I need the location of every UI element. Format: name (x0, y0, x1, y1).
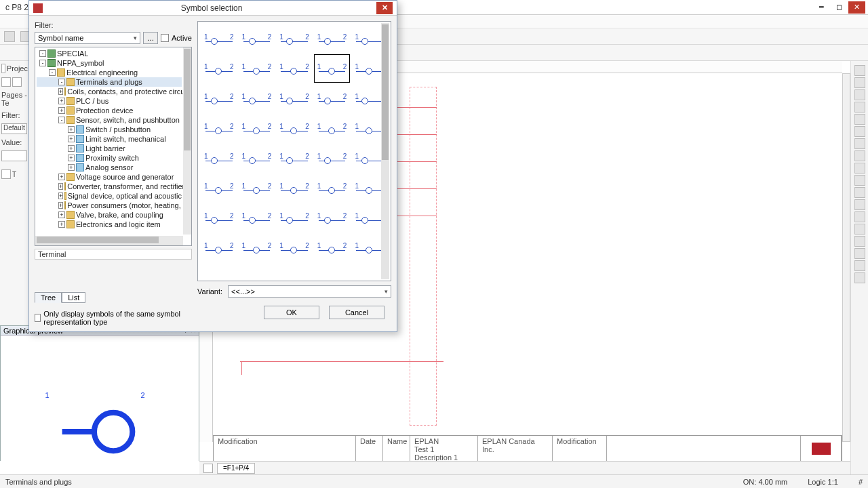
symbol-grid-scroll[interactable] (381, 23, 389, 279)
expand-icon[interactable]: + (68, 136, 75, 142)
symbol-cell[interactable]: 12 (276, 114, 313, 142)
tree-node[interactable]: -Sensor, switch, and pushbutton (37, 115, 182, 125)
expand-icon[interactable]: + (58, 183, 63, 190)
right-tool-icon[interactable] (854, 163, 865, 174)
expand-icon[interactable]: - (58, 79, 65, 85)
expand-icon[interactable]: + (68, 126, 75, 133)
tree-node[interactable]: -Electrical engineering (37, 68, 182, 77)
symbol-cell[interactable]: 12 (276, 24, 313, 53)
symbol-cell[interactable]: 12 (314, 203, 351, 232)
right-tool-icon[interactable] (854, 102, 865, 113)
active-checkbox[interactable]: Active (161, 34, 192, 42)
tree-node[interactable]: +Protection device (37, 106, 182, 115)
expand-icon[interactable]: + (58, 202, 63, 209)
symbol-cell[interactable]: 12 (201, 24, 237, 53)
right-tool-icon[interactable] (854, 272, 865, 283)
symbol-cell[interactable]: 12 (201, 174, 237, 202)
tree-scroll-v[interactable] (183, 47, 191, 235)
symbol-cell[interactable]: 12 (314, 114, 351, 142)
expand-icon[interactable]: + (58, 88, 63, 95)
expand-icon[interactable]: + (68, 164, 75, 171)
symbol-cell[interactable]: 12 (276, 174, 313, 202)
dock-icon[interactable] (1, 64, 5, 73)
tree-node[interactable]: +Electronics and logic item (37, 220, 182, 229)
expand-icon[interactable]: + (58, 221, 65, 228)
symbol-cell[interactable]: 12 (239, 144, 275, 172)
default-select[interactable]: Default (1, 123, 27, 134)
symbol-cell[interactable]: 12 (239, 54, 275, 83)
page-tab[interactable]: =F1+P/4 (217, 463, 255, 474)
minimize-button[interactable]: ━ (813, 1, 830, 14)
symbol-cell[interactable]: 12 (314, 54, 351, 83)
tab-tree[interactable]: Tree (35, 292, 62, 303)
symbol-cell[interactable]: 12 (239, 24, 275, 53)
expand-icon[interactable]: + (68, 155, 75, 161)
filter-combo[interactable]: Symbol name▾ (35, 32, 140, 44)
right-tool-icon[interactable] (854, 65, 865, 76)
tree-node[interactable]: -NFPA_symbol (37, 58, 182, 68)
maximize-button[interactable]: ◻ (831, 1, 848, 14)
expand-icon[interactable]: - (39, 60, 46, 66)
symbol-cell[interactable]: 12 (201, 84, 237, 113)
symbol-cell[interactable]: 12 (201, 114, 237, 142)
expand-icon[interactable]: + (58, 174, 65, 180)
expand-icon[interactable]: + (58, 98, 65, 104)
tree-node[interactable]: +Proximity switch (37, 153, 182, 163)
symbol-cell[interactable]: 12 (314, 24, 351, 53)
dock-icon[interactable] (12, 77, 22, 87)
symbol-cell[interactable]: 12 (276, 144, 313, 172)
right-tool-icon[interactable] (854, 199, 865, 210)
expand-icon[interactable]: - (58, 117, 65, 123)
symbol-cell[interactable]: 12 (201, 233, 237, 262)
tree-node[interactable]: +Power consumers (motor, heating, lig (37, 201, 182, 210)
dialog-close-button[interactable]: ✕ (376, 2, 393, 14)
expand-icon[interactable]: - (39, 50, 46, 57)
symbol-cell[interactable]: 12 (314, 84, 351, 113)
tree-node[interactable]: +Limit switch, mechanical (37, 134, 182, 144)
symbol-cell[interactable]: 12 (314, 144, 351, 172)
right-tool-icon[interactable] (854, 150, 865, 161)
symbol-tree[interactable]: -SPECIAL-NFPA_symbol-Electrical engineer… (35, 47, 192, 246)
symbol-cell[interactable]: 12 (239, 233, 275, 262)
tree-node[interactable]: +Valve, brake, and coupling (37, 210, 182, 220)
right-tool-icon[interactable] (854, 89, 865, 100)
tree-node[interactable]: +Converter, transformer, and rectifier (37, 182, 182, 191)
tree-node[interactable]: +Signal device, optical and acoustic (37, 191, 182, 201)
symbol-cell[interactable]: 12 (239, 174, 275, 202)
tree-node[interactable]: +Analog sensor (37, 163, 182, 172)
expand-icon[interactable]: + (68, 145, 75, 152)
right-tool-icon[interactable] (854, 224, 865, 235)
tree-node[interactable]: -SPECIAL (37, 49, 182, 58)
right-tool-icon[interactable] (854, 260, 865, 271)
ok-button[interactable]: OK (264, 306, 319, 319)
cancel-button[interactable]: Cancel (329, 306, 384, 319)
expand-icon[interactable]: + (58, 107, 65, 114)
symbol-cell[interactable]: 12 (276, 54, 313, 83)
right-tool-icon[interactable] (854, 138, 865, 149)
right-tool-icon[interactable] (854, 248, 865, 259)
filter-more-button[interactable]: … (143, 32, 158, 44)
tree-node[interactable]: +Coils, contacts, and protective circuit (37, 87, 182, 96)
dialog-titlebar[interactable]: Symbol selection ✕ (29, 1, 397, 16)
tree-node[interactable]: -Terminals and plugs (37, 77, 182, 87)
right-tool-icon[interactable] (854, 236, 865, 247)
tree-scroll-h[interactable] (35, 236, 183, 245)
expand-icon[interactable]: + (58, 211, 65, 218)
right-tool-icon[interactable] (854, 77, 865, 88)
tree-node[interactable]: +Switch / pushbutton (37, 125, 182, 134)
symbol-cell[interactable]: 12 (201, 54, 237, 83)
tree-expand-icon[interactable] (1, 169, 11, 179)
symbol-cell[interactable]: 12 (239, 203, 275, 232)
close-button[interactable]: ✕ (848, 1, 865, 14)
symbol-cell[interactable]: 12 (314, 174, 351, 202)
expand-icon[interactable]: + (58, 192, 63, 199)
expand-icon[interactable]: - (49, 69, 56, 76)
variant-combo[interactable]: <<...>>▾ (228, 285, 391, 298)
canvas-scroll-v[interactable] (842, 73, 850, 442)
right-tool-icon[interactable] (854, 175, 865, 186)
symbol-cell[interactable]: 12 (276, 233, 313, 262)
symbol-cell[interactable]: 12 (201, 144, 237, 172)
right-tool-icon[interactable] (854, 187, 865, 198)
symbol-cell[interactable]: 12 (276, 84, 313, 113)
dock-icon[interactable] (1, 77, 11, 87)
